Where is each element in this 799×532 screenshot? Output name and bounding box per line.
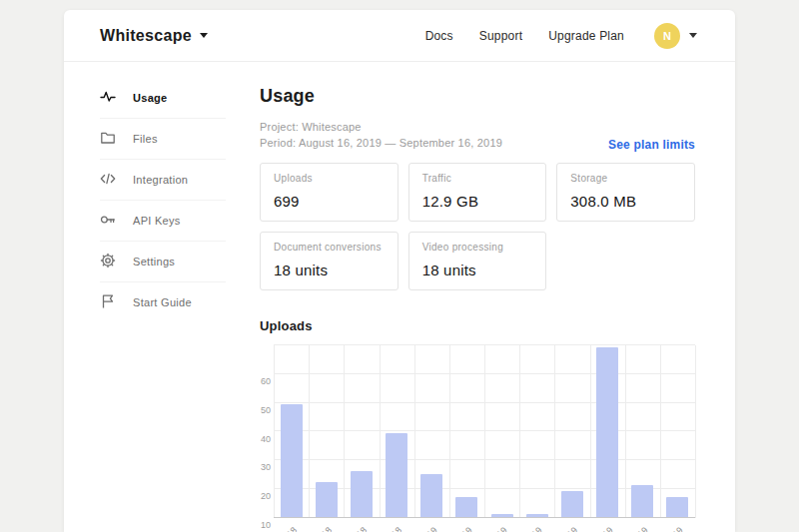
gridline xyxy=(590,345,591,518)
bar xyxy=(281,404,303,516)
bar xyxy=(666,497,688,517)
stat-label: Document conversions xyxy=(274,242,385,253)
top-bar: Whitescape Docs Support Upgrade Plan N xyxy=(64,10,735,62)
sidebar-item-integration[interactable]: Integration xyxy=(100,160,226,201)
bar xyxy=(631,485,653,517)
gridline xyxy=(344,345,345,518)
activity-icon xyxy=(100,89,116,107)
stat-value: 699 xyxy=(274,193,385,210)
bar xyxy=(420,474,442,517)
see-plan-limits-link[interactable]: See plan limits xyxy=(608,138,695,152)
chevron-down-icon xyxy=(200,33,208,38)
chevron-down-icon xyxy=(689,33,697,38)
bar xyxy=(455,497,477,517)
top-nav: Docs Support Upgrade Plan N xyxy=(425,23,697,49)
stat-value: 308.0 MB xyxy=(570,193,681,210)
period-line: Period: August 16, 2019 — September 16, … xyxy=(260,136,502,152)
main-content: Usage Project: Whitescape Period: August… xyxy=(250,62,735,532)
gridline xyxy=(554,345,555,518)
y-axis-tick: 60 xyxy=(260,376,271,386)
stat-value: 12.9 GB xyxy=(422,193,533,210)
brand-name: Whitescape xyxy=(100,27,192,45)
stat-label: Storage xyxy=(570,173,681,184)
y-axis-tick: 50 xyxy=(260,405,271,415)
gridline xyxy=(695,345,696,518)
stat-label: Traffic xyxy=(422,173,533,184)
y-axis-tick: 10 xyxy=(260,520,271,530)
nav-upgrade-plan[interactable]: Upgrade Plan xyxy=(548,29,624,43)
nav-support[interactable]: Support xyxy=(479,29,522,43)
sidebar-item-label: Start Guide xyxy=(133,296,192,308)
stat-card-video-processing: Video processing 18 units xyxy=(408,232,547,290)
bar xyxy=(596,347,618,517)
gridline xyxy=(625,345,626,518)
y-axis-tick: 30 xyxy=(260,462,271,472)
nav-docs[interactable]: Docs xyxy=(425,29,453,43)
sidebar-item-label: Integration xyxy=(133,174,188,186)
code-icon xyxy=(100,171,116,189)
x-axis-label: 16 Apr 2019 xyxy=(502,525,543,532)
sidebar-item-label: Settings xyxy=(133,256,175,267)
sidebar-item-files[interactable]: Files xyxy=(100,119,226,160)
project-line: Project: Whitescape xyxy=(260,120,502,136)
stat-value: 18 units xyxy=(274,262,385,278)
bar xyxy=(561,491,583,517)
gridline xyxy=(519,345,520,518)
bar xyxy=(351,471,373,517)
folder-icon xyxy=(100,130,116,148)
gridline xyxy=(274,517,695,518)
bar xyxy=(316,482,338,517)
sidebar-item-settings[interactable]: Settings xyxy=(100,242,226,282)
uploads-chart-plot: 16 Sep 201816 Oct 201816 Nov 201816 Dec … xyxy=(274,345,695,518)
gear-icon xyxy=(100,253,116,270)
gridline xyxy=(380,345,381,518)
sidebar-item-label: API Keys xyxy=(133,215,181,227)
x-axis-label: 16 Jul 2019 xyxy=(609,525,649,532)
sidebar-item-api-keys[interactable]: API Keys xyxy=(100,201,226,242)
key-icon xyxy=(100,212,116,230)
chart-title: Uploads xyxy=(260,318,695,333)
y-axis-tick: 40 xyxy=(260,434,271,444)
sidebar-item-usage[interactable]: Usage xyxy=(100,78,226,119)
gridline xyxy=(484,345,485,518)
gridline xyxy=(449,345,450,518)
avatar[interactable]: N xyxy=(654,23,680,49)
bar xyxy=(386,433,407,517)
stat-label: Uploads xyxy=(274,173,385,184)
account-menu[interactable]: N xyxy=(654,23,697,49)
app-window: Whitescape Docs Support Upgrade Plan N U… xyxy=(64,10,735,532)
stat-label: Video processing xyxy=(422,242,533,253)
stat-value: 18 units xyxy=(422,262,533,278)
usage-meta: Project: Whitescape Period: August 16, 2… xyxy=(260,120,502,152)
gridline xyxy=(274,345,275,518)
uploads-chart-section: Uploads 16 Sep 201816 Oct 201816 Nov 201… xyxy=(260,318,695,532)
flag-icon xyxy=(100,293,116,311)
sidebar-item-label: Usage xyxy=(133,92,168,104)
stat-cards: Uploads 699 Traffic 12.9 GB Storage 308.… xyxy=(260,163,695,290)
page-title: Usage xyxy=(260,86,695,107)
sidebar-item-start-guide[interactable]: Start Guide xyxy=(100,282,226,322)
gridline xyxy=(309,345,310,518)
stat-card-uploads: Uploads 699 xyxy=(260,163,399,222)
stat-card-traffic: Traffic 12.9 GB xyxy=(408,163,547,222)
gridline xyxy=(660,345,661,518)
sidebar-item-label: Files xyxy=(133,133,158,145)
sidebar: Usage Files Integration API Keys Setting… xyxy=(64,62,250,532)
stat-card-storage: Storage 308.0 MB xyxy=(556,163,695,222)
project-switcher[interactable]: Whitescape xyxy=(100,27,208,45)
y-axis-tick: 20 xyxy=(260,491,271,501)
gridline xyxy=(414,345,415,518)
uploads-chart: 16 Sep 201816 Oct 201816 Nov 201816 Dec … xyxy=(260,345,695,532)
stat-card-document-conversions: Document conversions 18 units xyxy=(260,232,399,290)
